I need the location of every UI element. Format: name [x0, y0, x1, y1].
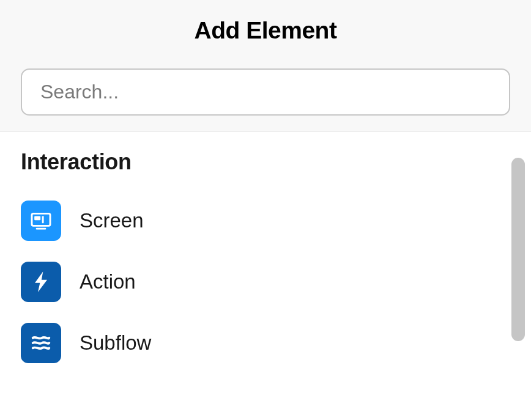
svg-rect-3 — [36, 228, 46, 230]
screen-icon — [21, 201, 61, 241]
svg-rect-1 — [34, 216, 40, 221]
search-input[interactable] — [21, 68, 510, 116]
section-label-interaction: Interaction — [21, 149, 510, 175]
element-item-label: Screen — [80, 209, 144, 232]
lightning-icon — [21, 262, 61, 302]
element-item-label: Action — [80, 270, 136, 293]
element-item-action[interactable]: Action — [21, 262, 510, 302]
content-region: Interaction Screen Action — [0, 132, 531, 405]
scrollbar-thumb[interactable] — [511, 158, 525, 341]
panel-title: Add Element — [21, 17, 510, 44]
flow-icon — [21, 323, 61, 363]
elements-scroll-area: Interaction Screen Action — [0, 132, 531, 405]
element-item-subflow[interactable]: Subflow — [21, 323, 510, 363]
element-item-screen[interactable]: Screen — [21, 201, 510, 241]
header-region: Add Element — [0, 0, 531, 132]
svg-rect-2 — [42, 216, 44, 224]
element-item-label: Subflow — [80, 331, 151, 355]
